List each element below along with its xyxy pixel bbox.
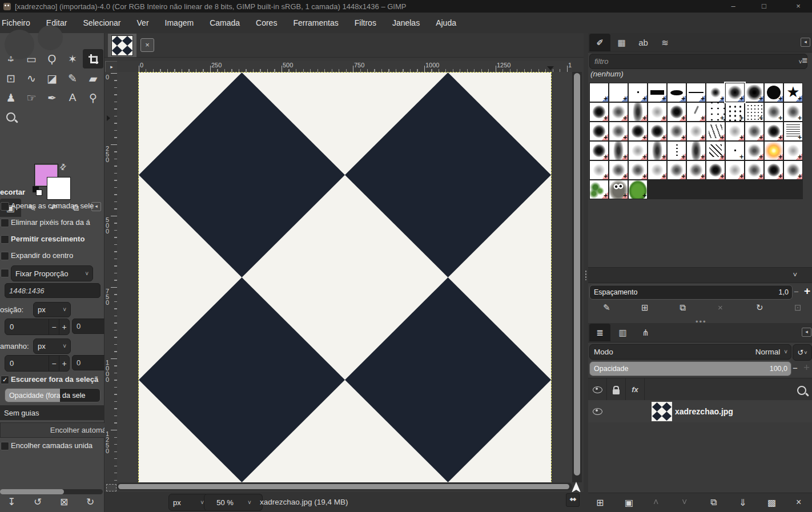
brush-swatch[interactable]: + bbox=[609, 160, 628, 180]
tool-options-scrollbar[interactable] bbox=[0, 489, 103, 494]
brush-swatch[interactable]: + bbox=[628, 83, 648, 102]
ink-tool[interactable]: ✒ bbox=[42, 88, 62, 107]
reset-defaults-icon[interactable]: ↻ bbox=[86, 496, 94, 508]
position-unit-dropdown[interactable]: px˅ bbox=[33, 302, 71, 317]
tab-channels[interactable]: ▥ bbox=[612, 324, 633, 341]
brush-swatch[interactable]: + bbox=[686, 83, 706, 102]
tab-patterns[interactable]: ▦ bbox=[611, 34, 632, 51]
brush-swatch[interactable]: + bbox=[764, 160, 783, 180]
layer-opacity-slider[interactable]: Opacidade 100,0 bbox=[589, 361, 791, 376]
dock-divider[interactable] bbox=[584, 33, 588, 512]
mode-reset-button[interactable]: ↺˅ bbox=[793, 344, 812, 361]
smudge-tool[interactable]: ☞ bbox=[21, 88, 42, 107]
crop-tool[interactable] bbox=[83, 49, 103, 68]
checkbox-3[interactable] bbox=[1, 252, 9, 260]
restore-preset-icon[interactable]: ↺ bbox=[34, 496, 42, 508]
autoshrink-button[interactable]: Encolher automá bbox=[0, 422, 110, 438]
save-preset-icon[interactable]: ↧ bbox=[7, 496, 15, 508]
menu-filtros[interactable]: Filtros bbox=[347, 13, 384, 33]
color-picker-tool[interactable]: ⚲ bbox=[83, 88, 103, 107]
brush-swatch[interactable]: + bbox=[706, 160, 725, 180]
delete-layer-icon[interactable]: × bbox=[796, 497, 801, 507]
brush-swatch[interactable]: + bbox=[609, 180, 628, 199]
brush-swatch[interactable]: + bbox=[686, 141, 706, 160]
refresh-brushes-icon[interactable]: ↻ bbox=[756, 303, 763, 313]
menu-ver[interactable]: Ver bbox=[129, 13, 157, 33]
brush-swatch[interactable]: + bbox=[628, 141, 648, 160]
opacity-outside-slider[interactable]: Opacidade (fora da sele bbox=[5, 388, 101, 402]
brush-swatch[interactable]: + bbox=[648, 102, 667, 122]
brush-swatch[interactable]: + bbox=[628, 122, 648, 141]
brush-swatch[interactable]: + bbox=[783, 122, 803, 141]
brush-swatch[interactable]: + bbox=[745, 102, 764, 122]
plus-button[interactable]: + bbox=[59, 319, 69, 334]
shrink-merged-checkbox[interactable] bbox=[1, 442, 9, 450]
menu-camada[interactable]: Camada bbox=[202, 13, 248, 33]
guides-dropdown[interactable]: Sem guias bbox=[0, 405, 112, 420]
rectangle-select-tool[interactable]: ▭ bbox=[21, 49, 42, 68]
layer-visibility-toggle[interactable] bbox=[588, 408, 606, 415]
brush-swatch[interactable]: ★+ bbox=[783, 83, 803, 102]
brush-swatch[interactable]: + bbox=[725, 83, 745, 102]
default-colors-icon[interactable] bbox=[33, 186, 43, 196]
brush-swatch[interactable]: + bbox=[745, 160, 764, 180]
image-viewport[interactable] bbox=[117, 72, 572, 482]
collapse-dock-icon[interactable]: ◂ bbox=[802, 328, 811, 337]
tab-paths[interactable]: ⋔ bbox=[635, 324, 656, 341]
brush-swatch[interactable]: + bbox=[589, 102, 609, 122]
brush-swatch[interactable]: + bbox=[609, 83, 628, 102]
darken-outside-checkbox[interactable]: ✓ bbox=[1, 376, 9, 384]
duplicate-layer-icon[interactable]: ⧉ bbox=[710, 497, 717, 507]
menu-cores[interactable]: Cores bbox=[248, 13, 285, 33]
brush-swatch[interactable]: + bbox=[706, 83, 725, 102]
size-unit-dropdown[interactable]: px˅ bbox=[33, 338, 71, 354]
new-brush-icon[interactable]: ⊞ bbox=[641, 303, 649, 313]
status-unit-dropdown[interactable]: px˅ bbox=[168, 494, 208, 511]
brush-swatch[interactable]: + bbox=[609, 102, 628, 122]
lock-column-header[interactable] bbox=[607, 378, 626, 401]
divider-handle[interactable] bbox=[585, 270, 587, 280]
warp-tool[interactable]: ∿ bbox=[21, 68, 42, 88]
menu-ajuda[interactable]: Ajuda bbox=[428, 13, 464, 33]
brush-swatch[interactable]: + bbox=[628, 180, 648, 199]
fuzzy-select-tool[interactable]: ✶ bbox=[62, 49, 83, 68]
brush-swatch[interactable]: + bbox=[609, 141, 628, 160]
brush-swatch[interactable]: + bbox=[725, 141, 745, 160]
fix-ratio-checkbox[interactable] bbox=[1, 269, 9, 277]
minimize-button[interactable]: – bbox=[725, 0, 741, 13]
brush-swatch[interactable]: + bbox=[589, 180, 609, 199]
new-layer-icon[interactable]: ⊞ bbox=[596, 497, 604, 508]
checkbox-2[interactable] bbox=[1, 235, 9, 244]
minus-button[interactable]: − bbox=[49, 356, 59, 371]
brush-swatch[interactable]: + bbox=[725, 122, 745, 141]
brush-swatch[interactable]: + bbox=[706, 102, 725, 122]
ratio-value-input[interactable]: 1448:1436 bbox=[5, 283, 101, 298]
new-layer-group-icon[interactable]: ▣ bbox=[625, 497, 633, 508]
position-y-input[interactable]: 0 bbox=[72, 319, 106, 334]
bucket-fill-tool[interactable]: ◪ bbox=[42, 68, 62, 88]
size-width-spinner[interactable]: 0 − + bbox=[5, 355, 70, 372]
brush-swatch[interactable]: + bbox=[764, 122, 783, 141]
brush-swatch[interactable]: + bbox=[589, 160, 609, 180]
move-tool[interactable] bbox=[1, 49, 21, 68]
spacing-minus-icon[interactable]: − bbox=[794, 287, 799, 296]
menu-ferramentas[interactable]: Ferramentas bbox=[285, 13, 346, 33]
brush-swatch[interactable]: + bbox=[589, 122, 609, 141]
opacity-minus-icon[interactable]: − bbox=[793, 363, 798, 373]
brush-swatch[interactable]: + bbox=[783, 141, 803, 160]
brush-swatch[interactable]: + bbox=[686, 102, 706, 122]
clone-tool[interactable]: ♟ bbox=[1, 88, 21, 107]
brush-swatch[interactable]: + bbox=[745, 83, 764, 102]
zoom-dropdown-icon[interactable]: ˅ bbox=[237, 494, 263, 511]
brush-swatch[interactable]: + bbox=[667, 160, 686, 180]
brush-swatch[interactable]: + bbox=[667, 141, 686, 160]
vertical-scrollbar[interactable] bbox=[572, 72, 582, 482]
brush-swatch[interactable]: + bbox=[648, 160, 667, 180]
opacity-plus-icon[interactable]: + bbox=[803, 361, 810, 374]
menu-selecionar[interactable]: Selecionar bbox=[75, 13, 128, 33]
brush-swatch[interactable]: + bbox=[648, 141, 667, 160]
brush-swatch[interactable]: + bbox=[725, 102, 745, 122]
spacing-slider[interactable]: Espaçamento 1,0 bbox=[589, 285, 793, 300]
spacing-plus-icon[interactable]: + bbox=[804, 285, 810, 297]
brush-swatch[interactable]: + bbox=[706, 122, 725, 141]
